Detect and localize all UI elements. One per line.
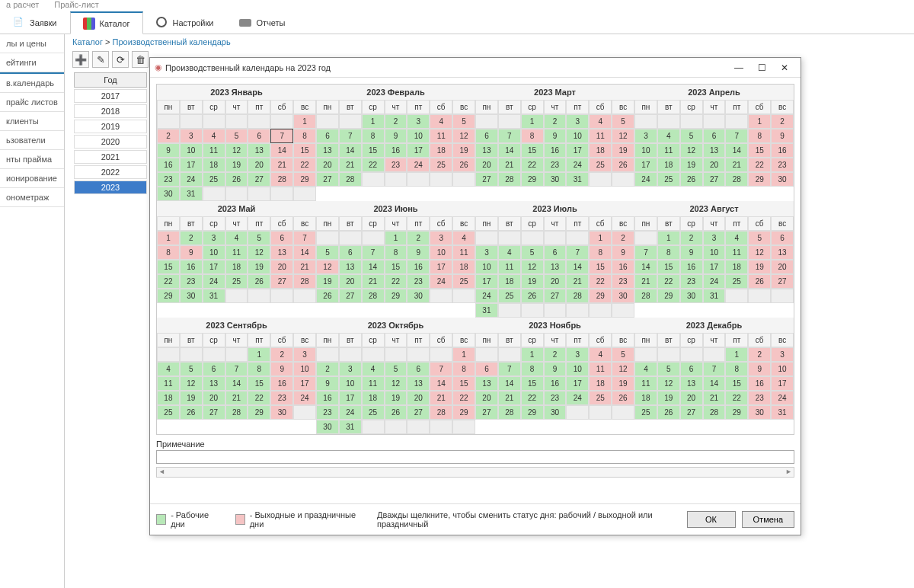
year-row[interactable]: 2023 bbox=[74, 181, 147, 194]
calendar-day[interactable]: 1 bbox=[385, 231, 407, 245]
cancel-button[interactable]: Отмена bbox=[742, 511, 794, 528]
calendar-day[interactable]: 8 bbox=[725, 362, 748, 376]
calendar-day[interactable]: 25 bbox=[634, 405, 657, 420]
calendar-day[interactable]: 12 bbox=[316, 260, 339, 274]
calendar-day[interactable]: 23 bbox=[544, 391, 567, 405]
calendar-day[interactable]: 1 bbox=[521, 347, 544, 362]
calendar-day[interactable]: 27 bbox=[475, 405, 498, 420]
calendar-day[interactable]: 17 bbox=[634, 158, 657, 172]
calendar-day[interactable]: 14 bbox=[270, 143, 293, 158]
calendar-day[interactable]: 4 bbox=[589, 347, 612, 362]
calendar-day[interactable]: 19 bbox=[680, 158, 703, 172]
sidebar-item[interactable]: ьзователи bbox=[0, 131, 64, 150]
calendar-day[interactable]: 4 bbox=[634, 362, 657, 376]
calendar-day[interactable]: 11 bbox=[430, 129, 452, 143]
calendar-day[interactable]: 1 bbox=[248, 347, 270, 362]
calendar-day[interactable]: 17 bbox=[407, 143, 430, 158]
calendar-day[interactable]: 10 bbox=[703, 245, 726, 260]
note-input[interactable] bbox=[156, 450, 794, 464]
calendar-day[interactable]: 12 bbox=[452, 129, 475, 143]
calendar-day[interactable]: 14 bbox=[362, 260, 385, 274]
calendar-day[interactable]: 17 bbox=[430, 260, 452, 274]
year-row[interactable]: 2017 bbox=[74, 89, 147, 103]
calendar-day[interactable]: 22 bbox=[385, 274, 407, 289]
calendar-day[interactable]: 23 bbox=[157, 172, 180, 187]
tab-Отчеты[interactable]: Отчеты bbox=[226, 11, 298, 34]
calendar-day[interactable]: 8 bbox=[385, 245, 407, 260]
calendar-day[interactable]: 12 bbox=[521, 260, 544, 274]
calendar-day[interactable]: 15 bbox=[657, 260, 680, 274]
calendar-day[interactable]: 2 bbox=[544, 347, 567, 362]
calendar-day[interactable]: 10 bbox=[566, 362, 589, 376]
calendar-day[interactable]: 13 bbox=[203, 376, 225, 391]
calendar-day[interactable]: 27 bbox=[475, 172, 498, 187]
calendar-day[interactable]: 7 bbox=[293, 231, 316, 245]
calendar-day[interactable]: 29 bbox=[521, 405, 544, 420]
calendar-day[interactable]: 10 bbox=[634, 143, 657, 158]
calendar-day[interactable]: 18 bbox=[589, 376, 612, 391]
calendar-day[interactable]: 10 bbox=[771, 362, 794, 376]
calendar-day[interactable]: 31 bbox=[566, 172, 589, 187]
calendar-day[interactable]: 21 bbox=[498, 391, 521, 405]
calendar-day[interactable]: 29 bbox=[725, 405, 748, 420]
calendar-day[interactable]: 23 bbox=[771, 158, 794, 172]
calendar-day[interactable]: 12 bbox=[225, 143, 248, 158]
calendar-day[interactable]: 14 bbox=[566, 260, 589, 274]
calendar-day[interactable]: 1 bbox=[589, 231, 612, 245]
calendar-day[interactable]: 11 bbox=[157, 376, 180, 391]
calendar-day[interactable]: 19 bbox=[657, 391, 680, 405]
calendar-day[interactable]: 25 bbox=[225, 274, 248, 289]
calendar-day[interactable]: 14 bbox=[225, 376, 248, 391]
year-row[interactable]: 2019 bbox=[74, 120, 147, 133]
year-row[interactable]: 2020 bbox=[74, 135, 147, 149]
calendar-day[interactable]: 24 bbox=[407, 158, 430, 172]
calendar-day[interactable]: 6 bbox=[270, 231, 293, 245]
calendar-day[interactable]: 9 bbox=[748, 362, 771, 376]
calendar-day[interactable]: 28 bbox=[430, 405, 452, 420]
calendar-day[interactable]: 15 bbox=[748, 143, 771, 158]
calendar-day[interactable]: 18 bbox=[725, 260, 748, 274]
calendar-day[interactable]: 20 bbox=[203, 391, 225, 405]
calendar-day[interactable]: 27 bbox=[270, 274, 293, 289]
calendar-day[interactable]: 15 bbox=[248, 376, 270, 391]
tab-Настройки[interactable]: Настройки bbox=[143, 11, 227, 34]
calendar-day[interactable]: 12 bbox=[680, 143, 703, 158]
calendar-day[interactable]: 16 bbox=[180, 260, 203, 274]
calendar-day[interactable]: 9 bbox=[680, 245, 703, 260]
calendar-day[interactable]: 1 bbox=[657, 231, 680, 245]
calendar-day[interactable]: 19 bbox=[452, 143, 475, 158]
calendar-day[interactable]: 24 bbox=[339, 405, 362, 420]
calendar-day[interactable]: 21 bbox=[498, 158, 521, 172]
calendar-day[interactable]: 26 bbox=[612, 158, 634, 172]
calendar-day[interactable]: 25 bbox=[589, 158, 612, 172]
calendar-day[interactable]: 30 bbox=[157, 187, 180, 201]
tab-Заявки[interactable]: 📄Заявки bbox=[0, 11, 70, 34]
calendar-day[interactable]: 9 bbox=[771, 129, 794, 143]
calendar-day[interactable]: 30 bbox=[316, 420, 339, 434]
calendar-day[interactable]: 14 bbox=[498, 143, 521, 158]
calendar-day[interactable]: 15 bbox=[157, 260, 180, 274]
calendar-day[interactable]: 5 bbox=[748, 231, 771, 245]
calendar-day[interactable]: 22 bbox=[293, 158, 316, 172]
calendar-day[interactable]: 11 bbox=[589, 129, 612, 143]
calendar-day[interactable]: 18 bbox=[498, 274, 521, 289]
calendar-day[interactable]: 27 bbox=[316, 172, 339, 187]
calendar-day[interactable]: 9 bbox=[385, 129, 407, 143]
calendar-day[interactable]: 17 bbox=[566, 143, 589, 158]
calendar-day[interactable]: 28 bbox=[362, 289, 385, 303]
calendar-day[interactable]: 22 bbox=[589, 274, 612, 289]
calendar-day[interactable]: 27 bbox=[544, 289, 567, 303]
calendar-day[interactable]: 21 bbox=[270, 158, 293, 172]
calendar-day[interactable]: 6 bbox=[339, 245, 362, 260]
calendar-day[interactable]: 26 bbox=[452, 158, 475, 172]
calendar-day[interactable]: 3 bbox=[293, 347, 316, 362]
calendar-day[interactable]: 4 bbox=[362, 362, 385, 376]
calendar-day[interactable]: 25 bbox=[430, 158, 452, 172]
calendar-day[interactable]: 20 bbox=[680, 391, 703, 405]
calendar-day[interactable]: 28 bbox=[270, 172, 293, 187]
calendar-day[interactable]: 17 bbox=[293, 376, 316, 391]
calendar-day[interactable]: 12 bbox=[385, 376, 407, 391]
calendar-day[interactable]: 6 bbox=[703, 129, 726, 143]
calendar-day[interactable]: 10 bbox=[180, 143, 203, 158]
calendar-day[interactable]: 30 bbox=[680, 289, 703, 303]
